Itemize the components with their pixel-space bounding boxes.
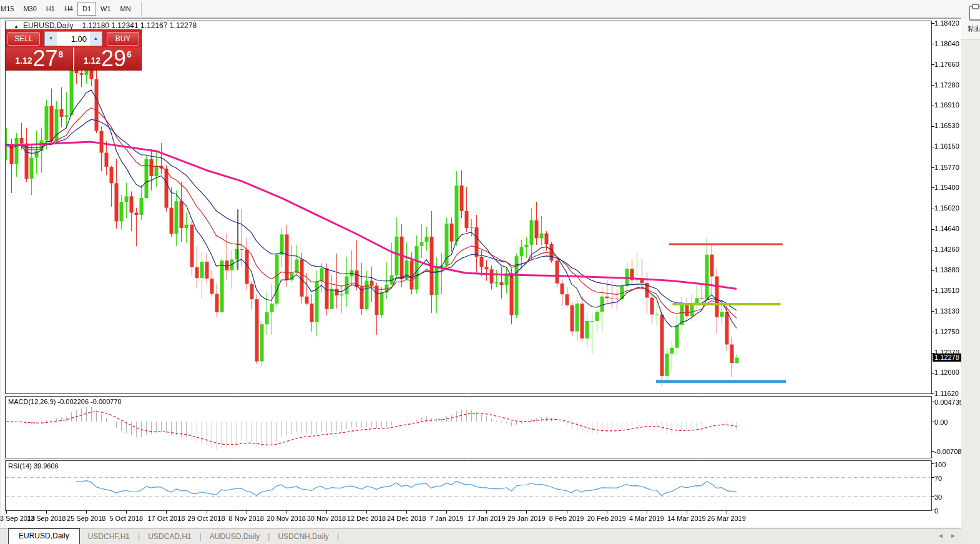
sell-price-display[interactable]: 1.12 27 8 bbox=[6, 47, 74, 70]
one-click-trading-panel: SELL ▼ ▲ BUY 1.12 27 8 1.12 29 6 bbox=[5, 29, 142, 71]
price-chart-canvas[interactable] bbox=[0, 0, 980, 544]
one-click-controls-row: SELL ▼ ▲ BUY bbox=[6, 30, 141, 47]
sell-button[interactable]: SELL bbox=[7, 32, 40, 46]
timeframe-button-w1[interactable]: W1 bbox=[96, 2, 116, 16]
volume-input[interactable] bbox=[57, 32, 90, 46]
volume-decrease-button[interactable]: ▼ bbox=[45, 32, 57, 46]
toolbar-separator bbox=[141, 2, 142, 16]
rsi-indicator-label: RSI(14) 39.9606 bbox=[8, 462, 59, 470]
one-click-prices-row: 1.12 27 8 1.12 29 6 bbox=[6, 47, 141, 70]
timeframe-button-m15[interactable]: M15 bbox=[0, 2, 19, 16]
timeframe-button-m30[interactable]: M30 bbox=[18, 2, 41, 16]
tab-audusd-daily[interactable]: AUDUSD,Daily bbox=[202, 530, 268, 544]
tab-scroll-right-button[interactable]: ► bbox=[950, 532, 956, 539]
paste-icon[interactable] bbox=[969, 6, 980, 21]
buy-price-pip: 6 bbox=[127, 47, 132, 59]
tab-usdcnh-daily[interactable]: USDCNH,Daily bbox=[270, 530, 336, 544]
buy-button[interactable]: BUY bbox=[107, 32, 139, 46]
symbol-tab-strip: EURUSD,DailyUSDCHF,H1|USDCAD,H1|AUDUSD,D… bbox=[0, 528, 961, 544]
chart-symbol: EURUSD,Daily bbox=[23, 21, 74, 30]
timeframe-button-h4[interactable]: H4 bbox=[59, 2, 78, 16]
volume-stepper: ▼ ▲ bbox=[44, 31, 102, 46]
buy-price-prefix: 1.12 bbox=[84, 56, 100, 68]
chart-title: ▲EURUSD,Daily1.12180 1.12341 1.12167 1.1… bbox=[14, 21, 197, 30]
neighbor-window: 粘贴 bbox=[961, 0, 980, 544]
sell-price-big: 27 bbox=[32, 49, 58, 68]
ribbon-strip: 粘贴 bbox=[961, 0, 980, 40]
collapse-panel-icon[interactable]: ▲ bbox=[14, 24, 19, 29]
macd-indicator-label: MACD(12,26,9) -0.002206 -0.000770 bbox=[8, 398, 122, 405]
buy-price-display[interactable]: 1.12 29 6 bbox=[74, 47, 142, 70]
buy-price-big: 29 bbox=[100, 49, 127, 68]
tab-usdcad-h1[interactable]: USDCAD,H1 bbox=[140, 530, 199, 544]
tab-eurusd-daily[interactable]: EURUSD,Daily bbox=[8, 528, 80, 544]
sell-price-pip: 8 bbox=[59, 47, 64, 59]
sell-price-prefix: 1.12 bbox=[15, 56, 32, 68]
tab-usdchf-h1[interactable]: USDCHF,H1 bbox=[80, 530, 138, 544]
tab-separator: | bbox=[337, 530, 339, 544]
chart-ohlc-quote: 1.12180 1.12341 1.12167 1.12278 bbox=[82, 21, 197, 30]
trading-app: M15M30H1H4D1W1MN 1.184201.180401.176601.… bbox=[0, 0, 980, 544]
timeframe-button-mn[interactable]: MN bbox=[115, 2, 136, 16]
volume-increase-button[interactable]: ▲ bbox=[90, 32, 102, 46]
current-price-tag: 1.12278 bbox=[933, 354, 961, 362]
paste-button-label[interactable]: 粘贴 bbox=[968, 24, 980, 34]
timeframe-button-h1[interactable]: H1 bbox=[41, 2, 60, 16]
timeframe-button-d1[interactable]: D1 bbox=[77, 2, 96, 16]
tab-scroll-left-button[interactable]: ◄ bbox=[938, 532, 944, 539]
timeframe-toolbar: M15M30H1H4D1W1MN bbox=[0, 0, 961, 18]
